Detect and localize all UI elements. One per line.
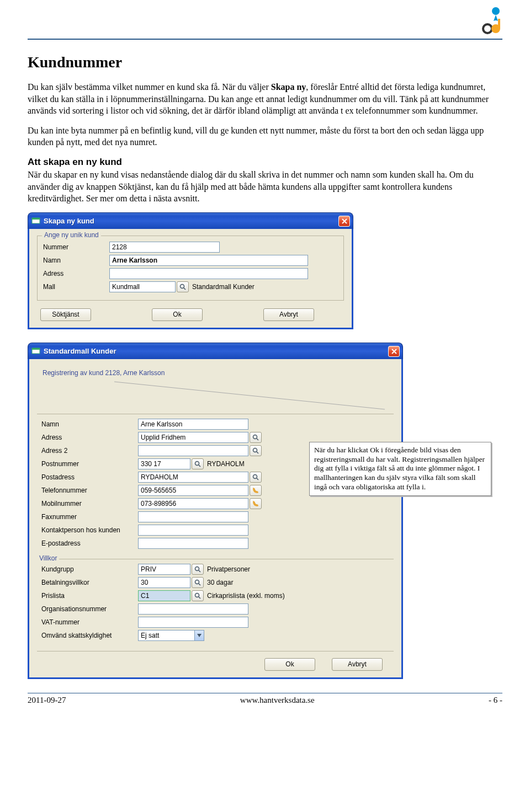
phone-icon[interactable] <box>250 498 262 509</box>
prislista-field[interactable] <box>138 590 190 601</box>
svg-point-7 <box>181 284 184 288</box>
page-title: Kundnummer <box>28 54 502 71</box>
adress-field[interactable] <box>138 432 248 443</box>
dialog-titlebar[interactable]: Skapa ny kund <box>28 212 353 229</box>
label-namn: Namn <box>43 257 109 264</box>
mall-lookup-button[interactable] <box>177 281 189 292</box>
label-adress: Adress <box>43 270 109 277</box>
svg-line-23 <box>199 584 200 585</box>
adress-input[interactable] <box>109 268 308 279</box>
mobil-field[interactable] <box>138 498 248 509</box>
soktjanst-button[interactable]: Söktjänst <box>40 308 91 321</box>
svg-point-18 <box>253 474 257 478</box>
adress2-lookup[interactable] <box>250 445 262 456</box>
brand-logo <box>480 6 502 38</box>
app-icon <box>31 346 40 355</box>
postadress-lookup[interactable] <box>250 472 262 483</box>
kundgrupp-field[interactable] <box>138 564 190 575</box>
namn-input[interactable] <box>109 255 308 266</box>
namn-field[interactable] <box>138 419 248 430</box>
intro-paragraph-2: Du kan inte byta nummer på en befintlig … <box>28 125 502 148</box>
mall-desc: Standardmall Kunder <box>192 283 255 291</box>
betalning-field[interactable] <box>138 577 190 588</box>
adress-lookup[interactable] <box>250 432 262 443</box>
telefon-field[interactable] <box>138 485 248 496</box>
groupbox-new-customer: Ange ny unik kund Nummer Namn Adress Mal… <box>37 236 344 301</box>
registration-desc: Registrering av kund 2128, Arne Karlsson <box>43 369 394 377</box>
create-customer-dialog: Skapa ny kund Ange ny unik kund Nummer N… <box>28 212 353 329</box>
ok-button[interactable]: Ok <box>152 308 203 321</box>
svg-point-0 <box>492 7 500 15</box>
footer-page: - 6 - <box>489 696 502 705</box>
svg-rect-10 <box>32 348 40 350</box>
svg-line-13 <box>257 439 258 440</box>
template-dialog: Standardmall Kunder Registrering av kund… <box>28 343 403 679</box>
svg-point-14 <box>253 448 257 452</box>
svg-line-17 <box>199 465 200 467</box>
svg-point-22 <box>195 580 199 584</box>
nummer-input[interactable] <box>109 242 220 253</box>
label-nummer: Nummer <box>43 243 109 251</box>
dialog2-titlebar[interactable]: Standardmall Kunder <box>28 343 403 359</box>
svg-point-20 <box>195 567 199 570</box>
footer-url: www.hantverksdata.se <box>240 696 315 705</box>
adress2-field[interactable] <box>138 445 248 456</box>
header-divider <box>28 39 502 40</box>
svg-rect-4 <box>498 19 500 29</box>
mall-input[interactable] <box>109 281 176 292</box>
prislista-lookup[interactable] <box>192 590 204 601</box>
footer-date: 2011-09-27 <box>28 696 66 705</box>
phone-icon[interactable] <box>250 485 262 496</box>
svg-point-24 <box>195 593 199 597</box>
chevron-down-icon <box>194 631 204 640</box>
app-icon <box>31 216 40 225</box>
svg-line-21 <box>199 570 200 572</box>
svg-point-2 <box>485 26 490 31</box>
svg-line-8 <box>184 288 186 290</box>
svg-line-19 <box>257 478 258 480</box>
avbryt-button[interactable]: Avbryt <box>263 308 314 321</box>
svg-point-12 <box>253 435 257 439</box>
section-create-customer: Att skapa en ny kund När du skapar en ny… <box>28 156 502 205</box>
vat-field[interactable] <box>138 617 248 628</box>
page-footer: 2011-09-27 www.hantverksdata.se - 6 - <box>28 693 502 705</box>
close-button[interactable] <box>338 216 350 227</box>
postadress-field[interactable] <box>138 472 248 483</box>
callout-line-icon <box>37 379 396 412</box>
svg-rect-6 <box>32 218 40 220</box>
section-heading: Att skapa en ny kund <box>28 157 122 167</box>
fax-field[interactable] <box>138 511 248 522</box>
omvand-select[interactable]: Ej satt <box>138 630 204 641</box>
avbryt-button[interactable]: Avbryt <box>332 658 383 671</box>
betalning-lookup[interactable] <box>192 577 204 588</box>
orgnr-field[interactable] <box>138 603 248 615</box>
postnummer-field[interactable] <box>138 458 190 469</box>
close-button[interactable] <box>388 346 400 357</box>
kundgrupp-lookup[interactable] <box>192 564 204 575</box>
svg-line-11 <box>114 382 385 409</box>
epost-field[interactable] <box>138 538 248 549</box>
intro-paragraph-1: Du kan själv bestämma vilket nummer en k… <box>28 81 502 117</box>
label-mall: Mall <box>43 283 109 291</box>
ok-button[interactable]: Ok <box>264 658 315 671</box>
kontakt-field[interactable] <box>138 525 248 536</box>
svg-line-25 <box>199 597 200 599</box>
svg-point-16 <box>195 461 199 465</box>
svg-line-15 <box>257 452 258 453</box>
postnummer-lookup[interactable] <box>192 458 204 469</box>
